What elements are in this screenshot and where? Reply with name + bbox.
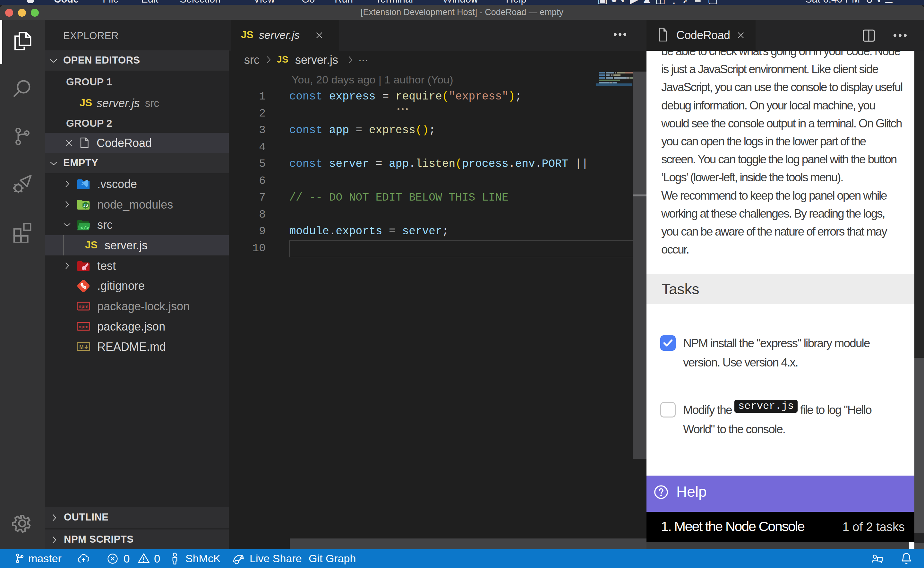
svg-text:JS: JS: [83, 203, 88, 208]
svg-text:npm: npm: [78, 325, 89, 329]
svg-text:M: M: [79, 344, 83, 350]
svg-text:</>: </>: [80, 225, 89, 231]
svg-text:npm: npm: [78, 304, 89, 309]
